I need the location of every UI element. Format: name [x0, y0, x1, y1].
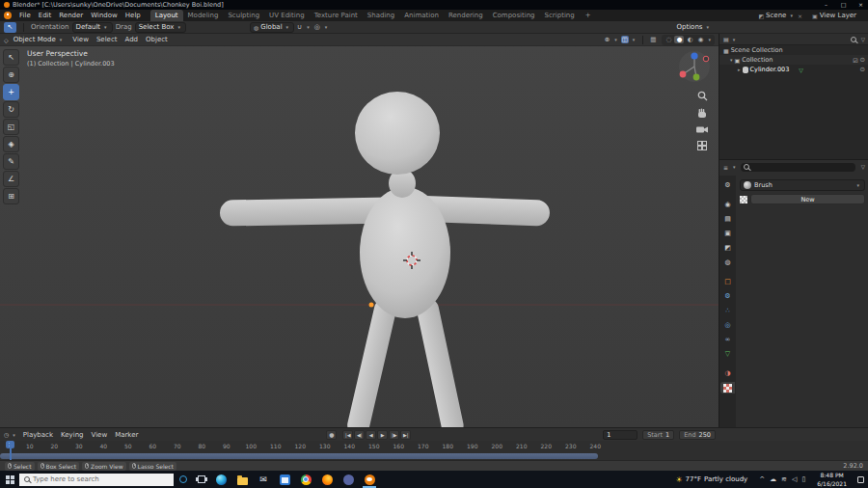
properties-editor-icon[interactable]: ≡ — [723, 164, 728, 171]
properties-tab-output[interactable] — [720, 213, 735, 225]
taskbar-app-file-explorer[interactable] — [231, 471, 253, 488]
outliner-row-cylinder[interactable]: ▸ Cylinder.003 ▽ ⊙ — [719, 65, 868, 74]
menu-help[interactable]: Help — [122, 10, 145, 21]
timeline-menu-keying[interactable]: Keying — [57, 429, 88, 441]
workspace-tab-compositing[interactable]: Compositing — [488, 10, 540, 21]
transport-jump-to-end-button[interactable]: ▶| — [400, 430, 411, 440]
viewport-menu-add[interactable]: Add — [121, 34, 142, 45]
task-view-button[interactable] — [192, 471, 210, 488]
tool-move[interactable]: + — [3, 84, 19, 100]
properties-tab-physics[interactable] — [720, 319, 735, 331]
properties-tab-texture[interactable] — [720, 382, 735, 393]
snap-magnet-icon[interactable]: ∪ — [297, 23, 302, 31]
disclosure-triangle-icon[interactable]: ▸ — [738, 67, 741, 72]
menu-edit[interactable]: Edit — [35, 10, 56, 21]
blender-menu-icon[interactable] — [4, 12, 12, 19]
current-frame-field[interactable]: 1 — [603, 430, 637, 440]
menu-render[interactable]: Render — [55, 10, 87, 21]
transport-jump-to-start-button[interactable]: |◀ — [342, 430, 353, 440]
show-overlays-icon[interactable]: ◫ — [621, 36, 629, 43]
collection-checkbox[interactable]: ☑ — [853, 57, 857, 64]
minimize-button[interactable]: – — [819, 0, 833, 10]
3d-viewport[interactable]: ◇ Object Mode ▾ ViewSelectAddObject ⊕ ▾ … — [0, 34, 719, 427]
disclosure-triangle-icon[interactable]: ▾ — [730, 57, 733, 63]
workspace-tab-texture-paint[interactable]: Texture Paint — [310, 10, 363, 21]
timeline-menu-view[interactable]: View — [88, 429, 112, 441]
tool-scale[interactable]: ◱ — [3, 119, 19, 135]
torso[interactable] — [360, 187, 450, 318]
taskbar-app-edge[interactable] — [210, 471, 231, 488]
timeline-menu-marker[interactable]: Marker — [111, 429, 142, 441]
shading-rendered-icon[interactable]: ◉ — [695, 36, 705, 43]
properties-tab-material[interactable] — [720, 367, 735, 379]
add-workspace-button[interactable]: + — [582, 12, 595, 19]
timeline-menu-playback[interactable]: Playback — [19, 429, 57, 441]
shading-wireframe-icon[interactable]: ◌ — [664, 36, 673, 43]
show-gizmo-icon[interactable]: ⊕ — [604, 36, 610, 43]
viewport-menu-select[interactable]: Select — [93, 34, 122, 45]
close-button[interactable]: × — [854, 0, 868, 10]
tool-transform[interactable]: ◈ — [3, 136, 19, 152]
workspace-tab-layout[interactable]: Layout — [150, 10, 183, 21]
unlink-scene-icon[interactable]: × — [798, 13, 802, 19]
pan-hand-icon[interactable] — [697, 108, 707, 119]
outliner-filter-icon[interactable]: ▽ — [861, 37, 865, 42]
volume-icon[interactable]: ◁ — [792, 475, 797, 483]
properties-tab-modifiers[interactable] — [720, 290, 735, 302]
properties-tab-object[interactable] — [720, 276, 735, 287]
properties-tab-particles[interactable] — [720, 305, 735, 316]
start-button[interactable] — [0, 471, 19, 488]
viewport-canvas[interactable]: User Perspective (1) Collection | Cylind… — [0, 46, 719, 427]
properties-tab-world[interactable] — [720, 257, 735, 268]
network-icon[interactable]: ≋ — [781, 475, 787, 483]
cortana-button[interactable] — [174, 471, 192, 488]
action-center-button[interactable] — [853, 471, 868, 488]
outliner-editor-icon[interactable]: ▤ — [723, 36, 729, 42]
timeline-scrollbar[interactable] — [0, 453, 598, 459]
navigation-gizmo[interactable] — [678, 50, 711, 85]
camera-view-icon[interactable] — [696, 125, 708, 134]
onedrive-icon[interactable]: ☁ — [770, 475, 776, 483]
properties-search-input[interactable] — [741, 163, 855, 172]
toggle-ortho-grid-icon[interactable] — [697, 141, 707, 150]
timeline-editor-icon[interactable]: ◷ — [4, 431, 9, 438]
transport-play-button[interactable]: ▶ — [377, 430, 388, 440]
battery-icon[interactable]: ▯ — [801, 475, 805, 483]
toggle-xray-icon[interactable]: ▥ — [649, 36, 657, 43]
viewport-menu-object[interactable]: Object — [142, 34, 172, 45]
taskbar-app-chrome[interactable] — [295, 471, 316, 488]
new-brush-button[interactable]: New — [750, 194, 865, 204]
taskbar-app-firefox[interactable] — [316, 471, 338, 488]
drag-dropdown[interactable]: Select Box ▾ — [135, 22, 186, 33]
brush-selector[interactable]: Brush ▾ — [740, 179, 865, 191]
taskbar-clock[interactable]: 8:48 PM 6/16/2021 — [811, 471, 853, 488]
outliner-row-scene-collection[interactable]: ▦ Scene Collection — [719, 45, 868, 55]
maximize-button[interactable]: □ — [836, 0, 851, 10]
orientation-dropdown[interactable]: Default ▾ — [72, 22, 113, 33]
tool-cursor[interactable]: ⊕ — [3, 67, 19, 83]
transport-previous-keyframe-button[interactable]: ◀| — [354, 430, 365, 440]
character-model[interactable] — [0, 46, 719, 427]
transport-play-reverse-button[interactable]: ◀ — [366, 430, 376, 440]
properties-filter-icon[interactable]: ▽ — [861, 164, 865, 170]
auto-keying-toggle[interactable]: ● — [326, 430, 337, 440]
tool-annotate[interactable]: ✎ — [3, 153, 19, 170]
taskbar-app-mail[interactable] — [253, 471, 274, 488]
playhead[interactable]: 1 — [6, 441, 14, 460]
timeline-ruler[interactable]: 1020304050607080901001101201301401501601… — [0, 441, 868, 460]
taskbar-app-discord[interactable] — [338, 471, 359, 488]
tool-rotate[interactable]: ↻ — [3, 101, 19, 118]
transform-orientation-dropdown[interactable]: ◍ Global ▾ — [250, 22, 294, 33]
workspace-tab-shading[interactable]: Shading — [363, 10, 399, 21]
scene-selector[interactable]: ◩ Scene ▾ × — [758, 12, 802, 19]
properties-tab-scene[interactable] — [720, 242, 735, 254]
workspace-tab-animation[interactable]: Animation — [399, 10, 444, 21]
right-leg[interactable] — [415, 297, 466, 427]
workspace-tab-rendering[interactable]: Rendering — [444, 10, 488, 21]
shading-solid-icon[interactable]: ● — [674, 36, 684, 43]
properties-tab-render[interactable] — [720, 199, 735, 210]
properties-tab-constraints[interactable] — [720, 334, 735, 345]
properties-tab-view-layer[interactable] — [720, 228, 735, 239]
zoom-icon[interactable] — [697, 91, 708, 101]
mode-dropdown[interactable]: Object Mode ▾ — [11, 35, 68, 45]
